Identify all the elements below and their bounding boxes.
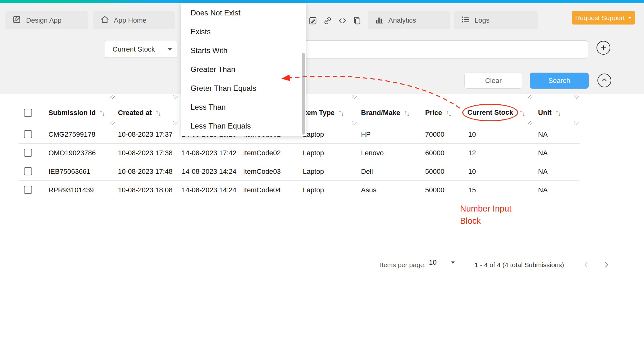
cell-item-code: ItemCode04: [243, 181, 281, 199]
cell-updated-at: 14-08-2023 17:42: [182, 144, 236, 162]
column-resize-handle[interactable]: [528, 121, 532, 125]
analytics-button[interactable]: Analytics: [368, 11, 450, 29]
column-header-unit[interactable]: Unit ↑↓: [538, 101, 561, 125]
cell-current-stock: 10: [468, 162, 476, 181]
cell-current-stock: 12: [468, 144, 476, 162]
cell-unit: NA: [538, 162, 548, 181]
link-icon[interactable]: [323, 16, 332, 25]
row-checkbox[interactable]: [24, 130, 32, 138]
previous-page-button[interactable]: [581, 260, 591, 270]
clear-button[interactable]: Clear: [464, 73, 522, 89]
cell-brand-make: HP: [361, 125, 371, 144]
filter-field-select[interactable]: Current Stock: [105, 41, 177, 58]
sort-icon[interactable]: ↑↓: [446, 110, 452, 116]
sort-icon[interactable]: ↑↓: [338, 110, 344, 116]
column-header-label: Item Type: [303, 109, 335, 117]
bar-chart-icon: [375, 15, 384, 26]
cell-submission-id: CMG27599178: [48, 125, 95, 144]
collapse-filters-button[interactable]: [597, 74, 611, 87]
top-accent-bar: [0, 0, 644, 3]
column-header-label: Brand/Make: [361, 109, 400, 117]
cell-item-code: ItemCode02: [243, 144, 281, 162]
row-checkbox[interactable]: [24, 167, 32, 175]
chevron-up-icon: [600, 76, 608, 85]
operator-option-does-not-exist[interactable]: Does Not Exist: [181, 3, 306, 22]
operator-option-less-than-equals[interactable]: Less Than Equals: [181, 117, 306, 135]
dropdown-scrollbar[interactable]: [302, 53, 305, 135]
cell-item-code: ItemCode03: [243, 162, 281, 181]
operator-option-greater-than[interactable]: Greater Than: [181, 60, 306, 79]
column-resize-handle[interactable]: [528, 95, 532, 99]
cell-item-type: Laptop: [303, 181, 324, 199]
analytics-label: Analytics: [388, 16, 416, 25]
operator-option-less-than[interactable]: Less Than: [181, 98, 306, 117]
select-all-checkbox[interactable]: [24, 109, 32, 117]
items-per-page-select[interactable]: 10: [426, 258, 456, 269]
add-filter-button[interactable]: +: [597, 41, 610, 55]
sort-icon[interactable]: ↑↓: [156, 110, 161, 116]
chevron-left-icon: [581, 260, 591, 271]
column-header-submission-id[interactable]: Submission Id ↑↓: [48, 101, 105, 125]
edit-square-icon: [12, 15, 22, 26]
operator-option-greater-than-equals[interactable]: Greter Than Equals: [181, 79, 306, 98]
column-resize-handle[interactable]: [173, 95, 178, 99]
column-resize-handle[interactable]: [574, 95, 579, 99]
column-resize-handle[interactable]: [352, 95, 357, 99]
sort-icon[interactable]: ↑↓: [404, 110, 410, 116]
design-app-button[interactable]: Design App: [5, 11, 88, 29]
cell-submission-id: RPR93101439: [48, 181, 94, 199]
cell-created-at: 10-08-2023 17:38: [118, 144, 173, 162]
sort-icon[interactable]: ↑↓: [99, 110, 105, 116]
column-resize-handle[interactable]: [352, 121, 357, 125]
cell-brand-make: Asus: [361, 181, 376, 199]
form-edit-icon[interactable]: [308, 16, 318, 25]
cell-unit: NA: [538, 125, 548, 144]
column-header-price[interactable]: Price ↑↓: [425, 101, 452, 125]
logs-button[interactable]: Logs: [454, 11, 538, 29]
cell-price: 70000: [425, 125, 444, 144]
annotation-text: Number Input Block: [460, 203, 532, 227]
cell-created-at: 10-08-2023 17:48: [118, 162, 173, 181]
caret-down-icon: [628, 17, 632, 19]
code-icon[interactable]: [338, 16, 347, 25]
column-header-item-type[interactable]: Item Type ↑↓: [303, 101, 344, 125]
column-header-created-at[interactable]: Created at ↑↓: [118, 101, 161, 125]
logs-label: Logs: [475, 16, 490, 25]
column-header-current-stock-sort[interactable]: ↑↓: [519, 101, 525, 125]
column-header-label: Created at: [118, 109, 152, 117]
column-header-label: Submission Id: [48, 109, 96, 117]
column-resize-handle[interactable]: [110, 95, 115, 99]
cell-item-type: Laptop: [303, 125, 324, 144]
list-icon: [461, 15, 470, 26]
column-resize-handle[interactable]: [173, 121, 178, 125]
copy-icon[interactable]: [353, 16, 362, 25]
column-resize-handle[interactable]: [574, 121, 579, 125]
cell-unit: NA: [538, 181, 548, 199]
table-row[interactable]: IEB75063661 10-08-2023 17:48 14-08-2023 …: [0, 162, 644, 181]
search-button[interactable]: Search: [530, 73, 589, 89]
next-page-button[interactable]: [602, 260, 612, 270]
app-home-label: App Home: [114, 16, 147, 25]
cell-unit: NA: [538, 144, 548, 162]
home-icon: [100, 15, 109, 26]
column-resize-handle[interactable]: [110, 121, 115, 125]
table-row[interactable]: OMO19023786 10-08-2023 17:38 14-08-2023 …: [0, 144, 644, 162]
cell-price: 50000: [425, 181, 444, 199]
annotation-oval-current-stock: Current Stock: [462, 104, 518, 121]
table-row[interactable]: RPR93101439 10-08-2023 18:08 14-08-2023 …: [0, 181, 644, 199]
request-support-button[interactable]: Request Support: [572, 11, 635, 25]
table-row[interactable]: CMG27599178 10-08-2023 17:37 14-08-2023 …: [0, 125, 644, 144]
cell-price: 50000: [425, 162, 444, 181]
cell-created-at: 10-08-2023 17:37: [118, 125, 173, 144]
app-home-button[interactable]: App Home: [93, 11, 175, 29]
sort-icon[interactable]: ↑↓: [519, 110, 525, 116]
operator-option-starts-with[interactable]: Starts With: [181, 41, 306, 60]
items-per-page-label: Items per page:: [380, 261, 426, 269]
sort-icon[interactable]: ↑↓: [555, 110, 561, 116]
operator-option-exists[interactable]: Exists: [181, 22, 306, 41]
row-checkbox[interactable]: [24, 186, 32, 194]
row-checkbox[interactable]: [24, 149, 32, 157]
cell-current-stock: 10: [468, 125, 476, 144]
column-header-brand-make[interactable]: Brand/Make ↑↓: [361, 101, 410, 125]
column-header-current-stock[interactable]: Current Stock: [467, 108, 513, 117]
